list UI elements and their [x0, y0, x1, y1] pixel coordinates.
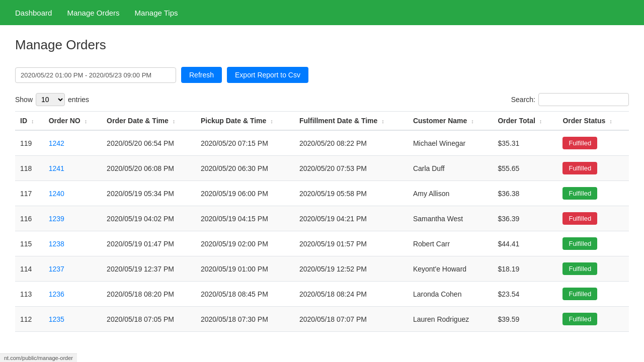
cell-order-no[interactable]: 1235: [44, 307, 102, 332]
orders-table: ID ↕ Order NO ↕ Order Date & Time ↕ Pick…: [15, 111, 629, 332]
cell-id: 112: [15, 307, 44, 332]
cell-order-status: Fulfilled: [557, 307, 629, 332]
col-order-status[interactable]: Order Status ↕: [557, 112, 629, 131]
cell-order-date: 2020/05/18 07:05 PM: [102, 307, 196, 332]
cell-pickup-date: 2020/05/19 06:00 PM: [196, 181, 294, 206]
sort-icon-order-no: ↕: [85, 118, 88, 124]
cell-order-date: 2020/05/18 08:20 PM: [102, 282, 196, 307]
show-entries: Show 10 25 50 100 entries: [15, 93, 89, 106]
status-badge: Fulfilled: [562, 212, 597, 225]
nav-manage-orders[interactable]: Manage Orders: [67, 9, 119, 17]
sort-icon-order-status: ↕: [609, 118, 612, 124]
nav-manage-tips[interactable]: Manage Tips: [135, 9, 178, 17]
nav-dashboard[interactable]: Dashboard: [15, 9, 52, 17]
col-id[interactable]: ID ↕: [15, 112, 44, 131]
page-title: Manage Orders: [15, 37, 629, 53]
cell-order-date: 2020/05/19 12:37 PM: [102, 256, 196, 282]
sort-icon-customer-name: ↕: [471, 118, 474, 124]
search-input[interactable]: [538, 93, 629, 106]
cell-customer-name: Lauren Rodriguez: [408, 307, 493, 332]
cell-id: 116: [15, 206, 44, 231]
cell-customer-name: Keyont'e Howard: [408, 256, 493, 282]
cell-order-no[interactable]: 1237: [44, 256, 102, 282]
cell-id: 118: [15, 156, 44, 181]
entries-select[interactable]: 10 25 50 100: [36, 93, 65, 106]
cell-order-status: Fulfilled: [557, 256, 629, 282]
table-row: 117 1240 2020/05/19 05:34 PM 2020/05/19 …: [15, 181, 629, 206]
cell-fulfillment-date: 2020/05/19 12:52 PM: [294, 256, 408, 282]
date-range-input[interactable]: [15, 67, 176, 83]
cell-fulfillment-date: 2020/05/20 07:53 PM: [294, 156, 408, 181]
cell-order-no[interactable]: 1241: [44, 156, 102, 181]
cell-id: 114: [15, 256, 44, 282]
cell-pickup-date: 2020/05/20 06:30 PM: [196, 156, 294, 181]
cell-order-total: $35.31: [493, 130, 557, 156]
table-row: 116 1239 2020/05/19 04:02 PM 2020/05/19 …: [15, 206, 629, 231]
search-label: Search:: [511, 96, 535, 104]
cell-order-total: $23.54: [493, 282, 557, 307]
sort-icon-pickup-date: ↕: [270, 118, 273, 124]
cell-customer-name: Amy Allison: [408, 181, 493, 206]
cell-pickup-date: 2020/05/20 07:15 PM: [196, 130, 294, 156]
status-badge: Fulfilled: [562, 137, 597, 149]
cell-pickup-date: 2020/05/19 02:00 PM: [196, 231, 294, 256]
table-row: 115 1238 2020/05/19 01:47 PM 2020/05/19 …: [15, 231, 629, 256]
table-row: 113 1236 2020/05/18 08:20 PM 2020/05/18 …: [15, 282, 629, 307]
cell-pickup-date: 2020/05/19 01:00 PM: [196, 256, 294, 282]
cell-order-status: Fulfilled: [557, 156, 629, 181]
col-order-no[interactable]: Order NO ↕: [44, 112, 102, 131]
page-content: Manage Orders Refresh Export Report to C…: [0, 25, 644, 344]
cell-order-date: 2020/05/20 06:54 PM: [102, 130, 196, 156]
cell-order-status: Fulfilled: [557, 130, 629, 156]
sort-icon-fulfillment-date: ↕: [381, 118, 384, 124]
cell-order-no[interactable]: 1236: [44, 282, 102, 307]
cell-order-status: Fulfilled: [557, 282, 629, 307]
cell-order-no[interactable]: 1238: [44, 231, 102, 256]
cell-order-total: $36.39: [493, 206, 557, 231]
status-badge: Fulfilled: [562, 187, 597, 200]
cell-id: 119: [15, 130, 44, 156]
cell-order-no[interactable]: 1242: [44, 130, 102, 156]
cell-order-total: $36.38: [493, 181, 557, 206]
col-order-total[interactable]: Order Total ↕: [493, 112, 557, 131]
cell-order-status: Fulfilled: [557, 181, 629, 206]
status-badge: Fulfilled: [562, 237, 597, 250]
col-pickup-date[interactable]: Pickup Date & Time ↕: [196, 112, 294, 131]
cell-pickup-date: 2020/05/19 04:15 PM: [196, 206, 294, 231]
cell-id: 117: [15, 181, 44, 206]
cell-fulfillment-date: 2020/05/18 07:07 PM: [294, 307, 408, 332]
cell-order-status: Fulfilled: [557, 206, 629, 231]
sort-icon-order-total: ↕: [539, 118, 542, 124]
cell-order-status: Fulfilled: [557, 231, 629, 256]
table-row: 119 1242 2020/05/20 06:54 PM 2020/05/20 …: [15, 130, 629, 156]
entries-label: entries: [68, 96, 89, 104]
cell-order-total: $55.65: [493, 156, 557, 181]
table-row: 114 1237 2020/05/19 12:37 PM 2020/05/19 …: [15, 256, 629, 282]
refresh-button[interactable]: Refresh: [181, 67, 222, 83]
status-badge: Fulfilled: [562, 288, 597, 300]
sort-icon-id: ↕: [31, 118, 34, 124]
navbar: Dashboard Manage Orders Manage Tips: [0, 0, 644, 25]
cell-fulfillment-date: 2020/05/18 08:24 PM: [294, 282, 408, 307]
status-badge: Fulfilled: [562, 313, 597, 325]
cell-order-date: 2020/05/19 05:34 PM: [102, 181, 196, 206]
col-order-date[interactable]: Order Date & Time ↕: [102, 112, 196, 131]
cell-customer-name: Laronda Cohen: [408, 282, 493, 307]
col-fulfillment-date[interactable]: Fulfillment Date & Time ↕: [294, 112, 408, 131]
cell-order-no[interactable]: 1240: [44, 181, 102, 206]
cell-order-no[interactable]: 1239: [44, 206, 102, 231]
cell-customer-name: Robert Carr: [408, 231, 493, 256]
cell-pickup-date: 2020/05/18 07:30 PM: [196, 307, 294, 332]
export-button[interactable]: Export Report to Csv: [227, 67, 308, 83]
cell-order-total: $18.19: [493, 256, 557, 282]
col-customer-name[interactable]: Customer Name ↕: [408, 112, 493, 131]
table-controls: Show 10 25 50 100 entries Search:: [15, 93, 629, 106]
cell-order-date: 2020/05/19 01:47 PM: [102, 231, 196, 256]
search-area: Search:: [511, 93, 629, 106]
show-label: Show: [15, 96, 33, 104]
cell-fulfillment-date: 2020/05/19 01:57 PM: [294, 231, 408, 256]
cell-customer-name: Samantha West: [408, 206, 493, 231]
table-row: 112 1235 2020/05/18 07:05 PM 2020/05/18 …: [15, 307, 629, 332]
cell-fulfillment-date: 2020/05/19 04:21 PM: [294, 206, 408, 231]
cell-order-date: 2020/05/20 06:08 PM: [102, 156, 196, 181]
